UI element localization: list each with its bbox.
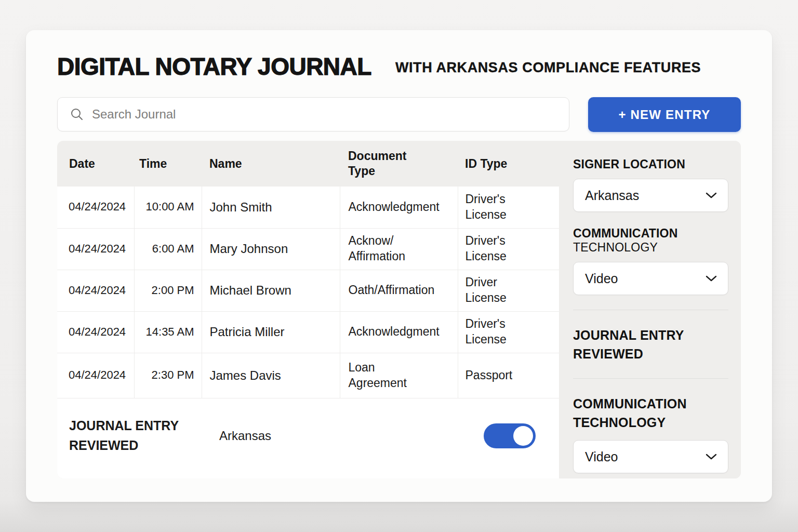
journal-table: Date Time Name Document Type ID Type 04/… — [57, 141, 559, 478]
toggle-knob — [513, 426, 533, 446]
table-row: 04/24/2024 10:00 AM John Smith Acknowled… — [57, 187, 559, 228]
cell-name: Mary Johnson — [202, 228, 340, 270]
page-title: DIGITAL NOTARY JOURNAL — [57, 52, 371, 81]
cell-name: Michael Brown — [202, 270, 340, 311]
cell-time: 6:00 AM — [134, 228, 202, 270]
cell-date: 04/24/2024 — [57, 228, 134, 270]
cell-time: 14:35 AM — [134, 311, 202, 353]
communication-technology-select[interactable]: Video — [573, 262, 728, 295]
content-panel: Date Time Name Document Type ID Type 04/… — [57, 141, 741, 478]
cell-date: 04/24/2024 — [57, 353, 134, 398]
cell-id-type: Driver's License — [458, 228, 559, 270]
cell-date: 04/24/2024 — [57, 311, 134, 353]
communication-technology-value: Video — [585, 271, 618, 286]
table-footer-row: JOURNAL ENTRY REVIEWED Arkansas — [57, 398, 559, 473]
cell-date: 04/24/2024 — [57, 187, 134, 228]
sidebar-divider — [573, 310, 728, 310]
cell-document-type: Acknow/ Affirmation — [340, 228, 458, 270]
search-icon — [70, 108, 84, 121]
signer-location-value: Arkansas — [585, 188, 639, 203]
cell-name: Patricia Miller — [202, 311, 340, 353]
column-header-time: Time — [134, 141, 202, 187]
chevron-down-icon — [705, 192, 717, 199]
column-header-name: Name — [202, 141, 340, 187]
communication-technology-label: COMMUNICATION TECHNOLOGY — [573, 227, 728, 255]
cell-document-type: Acknowledgment — [340, 311, 458, 353]
column-header-date: Date — [57, 141, 134, 187]
cell-id-type: Driver License — [458, 270, 559, 311]
cell-time: 2:30 PM — [134, 353, 202, 398]
new-entry-button[interactable]: + NEW ENTRY — [588, 97, 741, 132]
footer-location-value: Arkansas — [202, 398, 340, 473]
cell-date: 04/24/2024 — [57, 270, 134, 311]
app-card: DIGITAL NOTARY JOURNAL WITH ARKANSAS COM… — [26, 30, 772, 502]
sidebar: SIGNER LOCATION Arkansas COMMUNICATION T… — [559, 141, 741, 478]
footer-empty-cell — [340, 398, 458, 473]
cell-document-type: Oath/Affirmation — [340, 270, 458, 311]
communication-technology-2-select[interactable]: Video — [573, 440, 728, 473]
search-input[interactable] — [92, 107, 556, 122]
chevron-down-icon — [705, 275, 717, 282]
cell-id-type: Driver's License — [458, 311, 559, 353]
chevron-down-icon — [705, 453, 717, 460]
communication-technology-2-label: COMMUNICATION TECHNOLOGY — [573, 394, 706, 432]
cell-time: 2:00 PM — [134, 270, 202, 311]
journal-entry-reviewed-label: JOURNAL ENTRY REVIEWED — [57, 398, 202, 473]
search-box[interactable] — [57, 97, 569, 131]
page-header: DIGITAL NOTARY JOURNAL WITH ARKANSAS COM… — [57, 54, 741, 79]
page-subtitle: WITH ARKANSAS COMPLIANCE FEATURES — [395, 58, 701, 76]
journal-entry-reviewed-toggle[interactable] — [484, 423, 536, 448]
cell-id-type: Driver's License — [458, 187, 559, 228]
table-row: 04/24/2024 14:35 AM Patricia Miller Ackn… — [57, 311, 559, 353]
cell-document-type: Loan Agreement — [340, 353, 458, 398]
table-header-row: Date Time Name Document Type ID Type — [57, 141, 559, 187]
label-light-part: TECHNOLOGY — [573, 241, 658, 254]
cell-document-type: Acknowledgment — [340, 187, 458, 228]
sidebar-divider — [573, 378, 728, 379]
toolbar: + NEW ENTRY — [57, 97, 741, 132]
signer-location-label: SIGNER LOCATION — [573, 157, 728, 171]
table-row: 04/24/2024 2:30 PM James Davis Loan Agre… — [57, 353, 559, 398]
cell-time: 10:00 AM — [134, 187, 202, 228]
cell-id-type: Passport — [458, 353, 559, 398]
column-header-document-type: Document Type — [340, 141, 458, 187]
cell-name: John Smith — [202, 187, 340, 228]
table-row: 04/24/2024 6:00 AM Mary Johnson Acknow/ … — [57, 228, 559, 270]
column-header-id-type: ID Type — [458, 141, 559, 187]
journal-entry-reviewed-sidebar-label: JOURNAL ENTRY REVIEWED — [573, 326, 706, 364]
communication-technology-2-value: Video — [585, 449, 618, 464]
footer-toggle-cell — [458, 398, 559, 473]
label-strong-part: COMMUNICATION — [573, 227, 677, 240]
cell-name: James Davis — [202, 353, 340, 398]
table-row: 04/24/2024 2:00 PM Michael Brown Oath/Af… — [57, 270, 559, 311]
signer-location-select[interactable]: Arkansas — [573, 179, 728, 212]
